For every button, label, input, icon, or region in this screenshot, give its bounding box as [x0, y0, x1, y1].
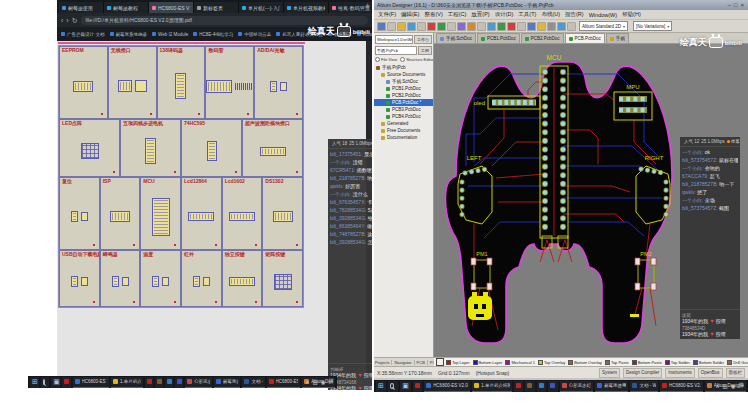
browser-tab[interactable]: 单片机视频教程(二) [284, 2, 329, 13]
layer-tab[interactable]: Top Layer [446, 360, 470, 365]
for­ward-icon[interactable] [66, 17, 68, 24]
tray-icon[interactable]: ▤ [312, 379, 317, 385]
project-tree-item[interactable]: Documentation [374, 134, 433, 141]
menu-item[interactable]: 设计(D) [495, 11, 514, 18]
layer-tab[interactable]: Mechanical 1 [505, 360, 535, 365]
toolbar-icon[interactable] [487, 22, 496, 31]
document-tab[interactable]: PCB1.PcbDoc [477, 33, 520, 43]
menu-item[interactable]: 报告(R) [565, 11, 584, 18]
tray-icon[interactable]: 拼 [329, 378, 335, 385]
taskbar-item[interactable]: HC6800-ES V2.0例程… [73, 377, 109, 388]
status-panel-button[interactable]: OpenBus [698, 368, 723, 378]
menu-item[interactable]: 工具(T) [518, 11, 536, 18]
project-tree-item[interactable]: Source Documents [374, 71, 433, 78]
layer-tab[interactable]: Top Paste [605, 360, 629, 365]
taskbar-item[interactable] [400, 381, 411, 392]
project-tree-item[interactable]: PCB.PcbDoc * [374, 99, 433, 106]
menu-item[interactable]: Window(W) [589, 12, 617, 18]
browser-tab[interactable]: 树莓派教程 [104, 2, 149, 13]
toolbar-icon[interactable] [387, 22, 396, 31]
bookmark-item[interactable]: 中国移动云盘 [238, 32, 271, 37]
browser-tab[interactable]: 新标签页 [194, 2, 239, 13]
project-tree-item[interactable]: 手柄.SchDoc [374, 78, 433, 85]
view-option-radio[interactable]: Structure Editor [400, 57, 434, 62]
layer-tab[interactable]: Bottom Layer [473, 360, 503, 365]
taskbar-item[interactable]: 文档 - Word [630, 381, 657, 392]
taskbar-item[interactable]: 树莓派使用课程 [595, 381, 628, 392]
taskbar-item[interactable]: 文档 - Word [242, 377, 264, 388]
document-tab[interactable]: PCB.PcbDoc [565, 33, 605, 43]
browser-tab[interactable]: 树莓派使用 [59, 2, 104, 13]
variations-dropdown[interactable]: [No Variations]▾ [633, 21, 672, 31]
taskbar-item[interactable]: HC6800-ES V2.0例程… [424, 381, 470, 392]
layer-tab[interactable]: Bottom Paste [632, 360, 662, 365]
toolbar-icon[interactable] [447, 22, 456, 31]
toolbar-icon[interactable] [537, 22, 546, 31]
toolbar-icon[interactable] [477, 22, 486, 31]
menu-item[interactable]: 放置(P) [471, 11, 489, 18]
tray-icon[interactable]: ◉ [731, 383, 736, 389]
view-option-radio[interactable]: File View [375, 57, 397, 62]
tray-icon[interactable]: ∧ [715, 383, 719, 389]
project-button[interactable]: 工程 [418, 46, 432, 55]
toolbar-icon[interactable] [567, 22, 576, 31]
tray-icon[interactable]: ◉ [321, 379, 326, 385]
taskbar-item[interactable]: 心形流水灯视频 [185, 377, 212, 388]
toolbar-icon[interactable] [397, 22, 406, 31]
taskbar-item[interactable] [30, 377, 39, 388]
tray-icon[interactable]: 拼 [739, 382, 745, 389]
bookmark-item[interactable]: 树莓派系统烧录 [110, 32, 148, 37]
window-control-button[interactable]: – [727, 2, 732, 8]
menu-item[interactable]: 文件(F) [378, 11, 396, 18]
tray-icon[interactable]: ▤ [722, 383, 727, 389]
window-control-button[interactable]: □ [733, 2, 739, 8]
toolbar-icon[interactable] [377, 22, 386, 31]
toolbar-icon[interactable] [557, 22, 566, 31]
taskbar-item[interactable] [165, 377, 173, 388]
taskbar-item[interactable] [537, 381, 546, 392]
taskbar-item[interactable] [388, 381, 398, 392]
project-tree-item[interactable]: PCB3.PcbDoc [374, 106, 433, 113]
status-panel-button[interactable]: Instruments [665, 368, 695, 378]
taskbar-item[interactable]: 1.单片机介绍和发展 [111, 377, 143, 388]
taskbar-item[interactable]: 1.单片机介绍和发展 [472, 381, 512, 392]
taskbar-item[interactable] [514, 381, 523, 392]
taskbar-item[interactable] [376, 381, 386, 392]
toolbar-icon[interactable] [467, 22, 476, 31]
document-tab[interactable]: 手柄 [606, 33, 629, 43]
document-tab[interactable]: 手柄.SchDoc [436, 33, 476, 43]
toolbar-icon[interactable] [497, 22, 506, 31]
workspace-dropdown[interactable]: Workspace1.DsnWrk [375, 35, 413, 44]
layer-tab[interactable]: Bottom Solder [693, 360, 724, 365]
taskbar-item[interactable] [155, 377, 163, 388]
project-dropdown[interactable]: 手柄.PrjPcb [375, 46, 417, 55]
new-tab-button[interactable]: + [365, 2, 370, 10]
view-style-dropdown[interactable]: Altium Standard 2D▾ [579, 21, 628, 31]
taskbar-item[interactable]: HC6800-ES V2.0资料 [267, 377, 301, 388]
window-control-button[interactable]: × [739, 2, 745, 8]
project-tree-item[interactable]: 手柄.PrjPcb [374, 64, 433, 71]
taskbar-item[interactable] [548, 381, 557, 392]
toolbar-icon[interactable] [507, 22, 516, 31]
project-tree-item[interactable]: Generated [374, 120, 433, 127]
toolbar-icon[interactable] [417, 22, 426, 31]
toolbar-icon[interactable] [457, 22, 466, 31]
taskbar-item[interactable] [525, 381, 534, 392]
workspace-button[interactable]: 工作台 [414, 35, 432, 44]
status-panel-button[interactable]: 面板栏 [726, 368, 746, 378]
taskbar-item[interactable] [51, 377, 60, 388]
taskbar-item[interactable]: 树莓派使用课程 [214, 377, 241, 388]
taskbar-item[interactable]: HC6800-ES V2.0资料 [660, 381, 703, 392]
toolbar-icon[interactable] [527, 22, 536, 31]
dock-panel-tab[interactable]: Projects [375, 360, 392, 365]
toolbar-icon[interactable] [517, 22, 526, 31]
toolbar-icon[interactable] [407, 22, 416, 31]
menu-item[interactable]: 布线(U) [541, 11, 560, 18]
project-tree-item[interactable]: PCB4.PcbDoc [374, 113, 433, 120]
menu-item[interactable]: 察看(V) [424, 11, 442, 18]
reload-icon[interactable] [72, 17, 78, 24]
dock-panel-tab[interactable]: Navigator [394, 360, 414, 365]
toolbar-icon[interactable] [437, 22, 446, 31]
tray-icon[interactable]: ∧ [305, 379, 309, 385]
status-panel-button[interactable]: Design Compiler [623, 368, 662, 378]
